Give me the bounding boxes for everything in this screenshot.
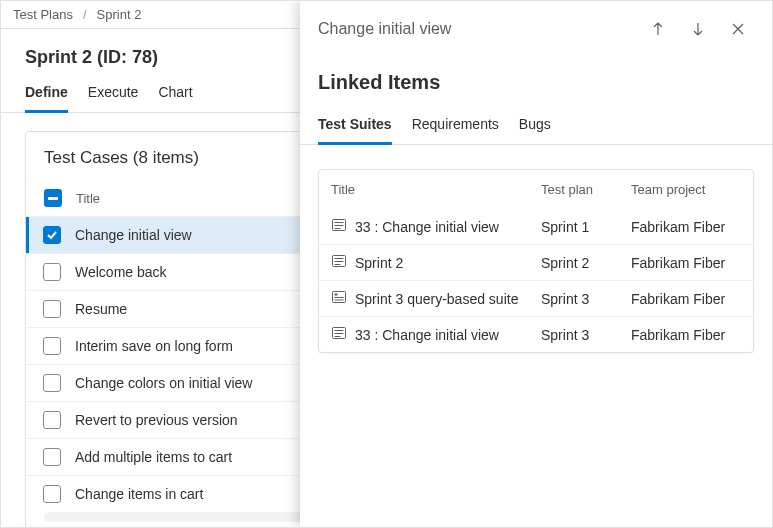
panel-header: Change initial view [300, 1, 772, 49]
tab-define[interactable]: Define [25, 78, 68, 113]
linked-item-row[interactable]: 33 : Change initial viewSprint 3Fabrikam… [319, 316, 753, 352]
linked-title: Sprint 3 query-based suite [355, 291, 518, 307]
linked-title: Sprint 2 [355, 255, 403, 271]
test-case-title: Change initial view [75, 227, 192, 243]
linked-item-row[interactable]: Sprint 2Sprint 2Fabrikam Fiber [319, 244, 753, 280]
panel-tab-test-suites[interactable]: Test Suites [318, 108, 392, 145]
row-checkbox[interactable] [43, 411, 61, 429]
linked-item-row[interactable]: Sprint 3 query-based suiteSprint 3Fabrik… [319, 280, 753, 316]
linked-team: Fabrikam Fiber [631, 219, 741, 235]
svg-rect-14 [335, 333, 344, 334]
linked-title: 33 : Change initial view [355, 327, 499, 343]
test-case-title: Change items in cart [75, 486, 203, 502]
breadcrumb-root[interactable]: Test Plans [13, 7, 73, 22]
linked-title: 33 : Change initial view [355, 219, 499, 235]
test-case-title: Change colors on initial view [75, 375, 252, 391]
row-checkbox[interactable] [43, 374, 61, 392]
linked-item-row[interactable]: 33 : Change initial viewSprint 1Fabrikam… [319, 209, 753, 244]
svg-rect-1 [335, 222, 344, 223]
row-checkbox[interactable] [43, 448, 61, 466]
panel-tabs: Test SuitesRequirementsBugs [300, 108, 772, 145]
linked-team: Fabrikam Fiber [631, 255, 741, 271]
breadcrumb-separator: / [83, 7, 87, 22]
selection-indicator [26, 291, 29, 327]
row-checkbox[interactable] [43, 337, 61, 355]
selection-indicator [26, 365, 29, 401]
selection-indicator [26, 328, 29, 364]
previous-arrow-icon[interactable] [642, 13, 674, 45]
linked-col-plan: Test plan [541, 182, 621, 197]
linked-plan: Sprint 3 [541, 327, 621, 343]
tab-chart[interactable]: Chart [158, 78, 192, 112]
row-checkbox[interactable] [43, 300, 61, 318]
svg-rect-2 [335, 225, 344, 226]
breadcrumb-current[interactable]: Sprint 2 [97, 7, 142, 22]
linked-table-header: Title Test plan Team project [319, 170, 753, 209]
tab-execute[interactable]: Execute [88, 78, 139, 112]
svg-rect-13 [335, 330, 344, 331]
linked-col-team: Team project [631, 182, 741, 197]
suite-icon [331, 289, 347, 308]
column-title: Title [76, 191, 100, 206]
linked-items-table: Title Test plan Team project 33 : Change… [318, 169, 754, 353]
linked-col-title: Title [331, 182, 531, 197]
svg-rect-3 [335, 228, 341, 229]
selection-indicator [26, 254, 29, 290]
svg-rect-15 [335, 336, 341, 337]
selection-indicator [26, 402, 29, 438]
row-checkbox[interactable] [43, 263, 61, 281]
svg-rect-6 [335, 261, 344, 262]
test-case-title: Interim save on long form [75, 338, 233, 354]
test-case-title: Revert to previous version [75, 412, 238, 428]
panel-tab-bugs[interactable]: Bugs [519, 108, 551, 144]
svg-rect-7 [335, 264, 341, 265]
suite-icon [331, 253, 347, 272]
row-checkbox[interactable] [43, 485, 61, 503]
linked-plan: Sprint 3 [541, 291, 621, 307]
svg-rect-9 [335, 294, 338, 296]
panel-title: Change initial view [318, 20, 634, 38]
linked-team: Fabrikam Fiber [631, 327, 741, 343]
selection-indicator [26, 439, 29, 475]
svg-rect-10 [335, 297, 344, 298]
svg-rect-11 [335, 300, 344, 301]
linked-items-panel: Change initial view Linked Items Test Su… [300, 1, 772, 527]
test-case-title: Welcome back [75, 264, 167, 280]
select-all-checkbox[interactable] [44, 189, 62, 207]
suite-icon [331, 325, 347, 344]
panel-section-title: Linked Items [300, 49, 772, 102]
suite-icon [331, 217, 347, 236]
selection-indicator [26, 217, 29, 253]
test-case-title: Resume [75, 301, 127, 317]
linked-plan: Sprint 2 [541, 255, 621, 271]
test-case-title: Add multiple items to cart [75, 449, 232, 465]
svg-rect-5 [335, 258, 344, 259]
next-arrow-icon[interactable] [682, 13, 714, 45]
close-icon[interactable] [722, 13, 754, 45]
linked-plan: Sprint 1 [541, 219, 621, 235]
panel-tab-requirements[interactable]: Requirements [412, 108, 499, 144]
selection-indicator [26, 476, 29, 512]
linked-team: Fabrikam Fiber [631, 291, 741, 307]
row-checkbox[interactable] [43, 226, 61, 244]
